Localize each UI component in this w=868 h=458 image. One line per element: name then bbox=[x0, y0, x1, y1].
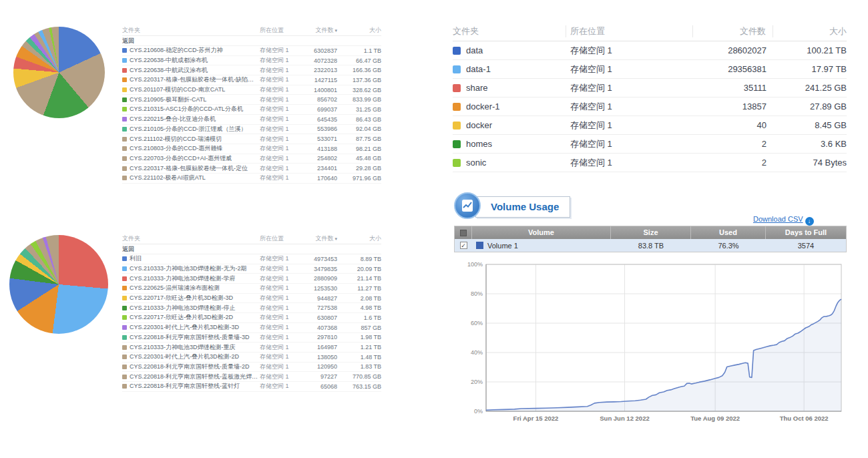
header-file-count[interactable]: 文件数▾ bbox=[298, 234, 337, 243]
table-row[interactable]: CYS.220818-利元亨南京国轩整线-盖板激光焊接...存储空间 19722… bbox=[122, 372, 381, 382]
folder-name[interactable]: CYS.210315-ASC1分条的CCD-ATL分条机 bbox=[130, 105, 260, 113]
folder-name[interactable]: CYS.210803-分条的CCD-惠州赣锋 bbox=[130, 144, 260, 153]
folder-name[interactable]: data-1 bbox=[466, 64, 566, 74]
folder-name[interactable]: CYS.210905-极耳翻折-CATL bbox=[130, 95, 260, 104]
table-row[interactable]: CYS.220317-格康-包膜贴胶卷绕一体机-定位存储空间 123440129… bbox=[122, 164, 381, 174]
folder-name[interactable]: CYS.210333-力神电池3D焊缝检测-停止 bbox=[130, 304, 260, 312]
table-row[interactable]: homes存储空间 123.6 KB bbox=[453, 135, 847, 154]
table-row[interactable]: CYS.220703-分条的CCD+AI-惠州锂威存储空间 125480245.… bbox=[122, 154, 381, 164]
header-days-to-full[interactable]: Days to Full bbox=[766, 226, 846, 239]
header-used[interactable]: Used bbox=[691, 226, 766, 239]
folder-name[interactable]: CYS.220818-利元亨南京国轩整线-盖板激光焊接... bbox=[130, 373, 260, 381]
back-row[interactable]: 返回 bbox=[122, 36, 381, 46]
table-row[interactable]: data-1存储空间 12935638117.97 TB bbox=[453, 60, 847, 79]
folder-name[interactable]: data bbox=[466, 45, 566, 55]
table-row[interactable]: CYS.210333-力神电池3D焊缝检测-学府存储空间 1288090921.… bbox=[122, 274, 381, 284]
table-row[interactable]: CYS.221102-极卷AI瑕疵ATL存储空间 1170640971.96 G… bbox=[122, 174, 381, 184]
folder-name[interactable]: sonic bbox=[466, 158, 566, 168]
header-location[interactable]: 所在位置 bbox=[260, 234, 298, 243]
folder-location: 存储空间 1 bbox=[260, 115, 298, 124]
folder-name[interactable]: homes bbox=[466, 139, 566, 149]
folder-name[interactable]: CYS.220625-温州瑞浦涂布面检测 bbox=[130, 284, 260, 292]
folder-name[interactable]: CYS.220818-利元亨南京国轩整线-蓝针灯 bbox=[130, 382, 260, 391]
table-row[interactable]: CYS.220818-利元亨南京国轩整线-蓝针灯存储空间 165068763.1… bbox=[122, 382, 381, 392]
table-row[interactable]: CYS.210333-力神电池3D焊缝检测-无为-2期存储空间 13479835… bbox=[122, 264, 381, 274]
header-file-count[interactable]: 文件数▾ bbox=[298, 26, 337, 35]
folder-file-count: 407368 bbox=[298, 324, 337, 331]
header-size[interactable]: 大小 bbox=[337, 26, 381, 35]
table-row[interactable]: CYS.210803-分条的CCD-惠州赣锋存储空间 141318898.21 … bbox=[122, 144, 381, 154]
folder-name[interactable]: CYS.220317-格康-包膜贴胶卷绕一体机-定位 bbox=[130, 164, 260, 173]
table-row[interactable]: sonic存储空间 1274 Bytes bbox=[453, 154, 847, 172]
volume-row[interactable]: ✓ Volume 1 83.8 TB 76.3% 3574 bbox=[455, 239, 846, 252]
header-location[interactable]: 所在位置 bbox=[566, 25, 693, 37]
header-file-count[interactable]: 文件数 bbox=[693, 25, 773, 37]
folder-name[interactable]: CYS.210333-力神电池3D焊缝检测-学府 bbox=[130, 274, 260, 283]
download-csv-link[interactable]: Download CSV↓ bbox=[753, 215, 814, 226]
table-row[interactable]: CYS.210608-稳定的CCD-苏州力神存储空间 163028371.1 T… bbox=[122, 46, 381, 56]
folder-name[interactable]: CYS.210105-分条的CCD-浙江锂威（兰溪） bbox=[130, 125, 260, 134]
folder-location: 存储空间 1 bbox=[260, 313, 298, 322]
folder-name[interactable]: CYS.220301-时代上汽-叠片机3D检测-2D bbox=[130, 353, 260, 361]
folder-name[interactable]: CYS.210608-稳定的CCD-苏州力神 bbox=[130, 46, 260, 55]
folder-name[interactable]: share bbox=[466, 83, 566, 93]
folder-name[interactable]: CYS.220717-欣旺达-叠片机3D检测-2D bbox=[130, 313, 260, 322]
folder-name[interactable]: CYS.220638-中航武汉涂布机 bbox=[130, 66, 260, 75]
header-folder[interactable]: 文件夹 bbox=[453, 25, 566, 37]
folder-name[interactable]: CYS.220717-欣旺达-叠片机3D检测-3D bbox=[130, 294, 260, 302]
table-row[interactable]: CYS.220717-欣旺达-叠片机3D检测-2D存储空间 16308071.6… bbox=[122, 313, 381, 323]
header-size[interactable]: 大小 bbox=[337, 234, 381, 243]
table-row[interactable]: share存储空间 135111241.25 GB bbox=[453, 79, 847, 97]
header-folder[interactable]: 文件夹 bbox=[122, 26, 260, 35]
table-row[interactable]: CYS.210333-力神电池3D焊缝检测-重庆存储空间 11649871.21… bbox=[122, 342, 381, 353]
select-all-checkbox[interactable] bbox=[455, 226, 472, 239]
folder-name[interactable]: CYS.220301-时代上汽-叠片机3D检测-3D bbox=[130, 323, 260, 332]
table-row[interactable]: CYS.220625-温州瑞浦涂布面检测存储空间 1125353011.27 T… bbox=[122, 284, 381, 294]
table-row[interactable]: 利旧存储空间 149734538.89 TB bbox=[122, 254, 381, 264]
table-row[interactable]: CYS.220638-中航武汉涂布机存储空间 12322013166.36 GB bbox=[122, 65, 381, 75]
volume-checkbox[interactable]: ✓ bbox=[460, 242, 467, 249]
table-row[interactable]: CYS.211102-模切的CCD-瑞浦模切存储空间 153307187.75 … bbox=[122, 134, 381, 144]
folder-name[interactable]: CYS.210333-力神电池3D焊缝检测-无为-2期 bbox=[130, 264, 260, 273]
folder-name[interactable]: CYS.221102-极卷AI瑕疵ATL bbox=[130, 174, 260, 182]
table-row[interactable]: CYS.210315-ASC1分条的CCD-ATL分条机存储空间 1699037… bbox=[122, 105, 381, 115]
table-row[interactable]: CYS.220638-中航成都涂布机存储空间 1407232866.47 GB bbox=[122, 56, 381, 66]
back-row[interactable]: 返回 bbox=[122, 244, 381, 254]
folder-size: 770.85 GB bbox=[337, 373, 381, 380]
table-row[interactable]: CYS.210905-极耳翻折-CATL存储空间 1856702833.99 G… bbox=[122, 95, 381, 105]
table-row[interactable]: docker-1存储空间 11385727.89 GB bbox=[453, 97, 847, 116]
folder-name[interactable]: docker-1 bbox=[466, 101, 566, 111]
folder-size: 328.62 GB bbox=[337, 87, 381, 93]
table-row[interactable]: data存储空间 128602027100.21 TB bbox=[453, 41, 847, 60]
folder-name[interactable]: 利旧 bbox=[130, 254, 260, 263]
folder-name[interactable]: CYS.220818-利元亨南京国轩整线-质量墙-2D bbox=[130, 363, 260, 371]
table-row[interactable]: CYS.210105-分条的CCD-浙江锂威（兰溪）存储空间 155398692… bbox=[122, 125, 381, 135]
folder-name[interactable]: CYS.220317-格康-包膜贴胶卷绕一体机-缺陷检测 bbox=[130, 75, 260, 84]
header-folder[interactable]: 文件夹 bbox=[122, 234, 260, 243]
header-location[interactable]: 所在位置 bbox=[260, 26, 298, 35]
folder-name[interactable]: CYS.220818-利元亨南京国轩整线-质量墙-3D bbox=[130, 333, 260, 342]
table-row[interactable]: docker存储空间 1408.45 GB bbox=[453, 116, 847, 135]
table-row[interactable]: CYS.220717-欣旺达-叠片机3D检测-3D存储空间 19448272.0… bbox=[122, 294, 381, 304]
header-size[interactable]: Size bbox=[611, 226, 691, 239]
table-row[interactable]: CYS.220301-时代上汽-叠片机3D检测-2D存储空间 11380501.… bbox=[122, 353, 381, 363]
table-row[interactable]: CYS.220818-利元亨南京国轩整线-质量墙-2D存储空间 11209501… bbox=[122, 363, 381, 373]
table-row[interactable]: CYS.220818-利元亨南京国轩整线-质量墙-3D存储空间 12978101… bbox=[122, 333, 381, 343]
folder-name[interactable]: CYS.220215-叠合-比亚迪分条机 bbox=[130, 115, 260, 124]
header-volume[interactable]: Volume bbox=[472, 226, 611, 239]
folder-name[interactable]: CYS.211102-模切的CCD-瑞浦模切 bbox=[130, 135, 260, 144]
folder-name[interactable]: CYS.220638-中航成都涂布机 bbox=[130, 56, 260, 65]
folder-name[interactable]: docker bbox=[466, 120, 566, 130]
table-row[interactable]: CYS.210333-力神电池3D焊缝检测-停止存储空间 17275384.98… bbox=[122, 303, 381, 313]
folder-size-pie-chart-bottom[interactable] bbox=[9, 235, 108, 334]
table-row[interactable]: CYS.220317-格康-包膜贴胶卷绕一体机-缺陷检测存储空间 1142711… bbox=[122, 75, 381, 85]
table-row[interactable]: CYS.220301-时代上汽-叠片机3D检测-3D存储空间 140736885… bbox=[122, 323, 381, 333]
folder-name[interactable]: CYS.210333-力神电池3D焊缝检测-重庆 bbox=[130, 343, 260, 352]
folder-name[interactable]: CYS.220703-分条的CCD+AI-惠州锂威 bbox=[130, 154, 260, 163]
table-row[interactable]: CYS.220215-叠合-比亚迪分条机存储空间 164543586.43 GB bbox=[122, 115, 381, 125]
folder-size-pie-chart-top[interactable] bbox=[13, 27, 105, 118]
folder-file-count: 28602027 bbox=[693, 45, 773, 55]
table-row[interactable]: CYS.201107-模切的CCD-南京CATL存储空间 11400801328… bbox=[122, 85, 381, 95]
folder-name[interactable]: CYS.201107-模切的CCD-南京CATL bbox=[130, 85, 260, 94]
header-size[interactable]: 大小 bbox=[773, 25, 847, 37]
